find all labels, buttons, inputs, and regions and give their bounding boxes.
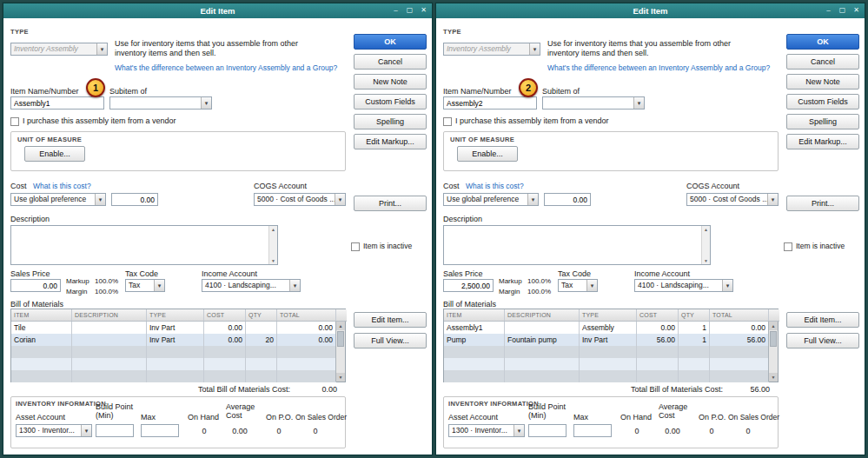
full-view-button[interactable]: Full View... xyxy=(354,333,427,348)
enable-button[interactable]: Enable... xyxy=(457,146,518,162)
scroll-down-icon[interactable]: ▼ xyxy=(769,373,778,382)
column-header-total[interactable]: TOTAL xyxy=(710,309,769,321)
scroll-track[interactable] xyxy=(336,348,345,373)
purchase-from-vendor-checkbox[interactable] xyxy=(10,117,19,126)
income-account-dropdown[interactable]: 4100 · Landscaping... ▾ xyxy=(634,279,733,292)
column-header-item[interactable]: ITEM xyxy=(11,309,72,321)
print-button[interactable]: Print... xyxy=(786,196,859,211)
maximize-icon[interactable]: ▢ xyxy=(404,5,415,16)
cogs-account-dropdown[interactable]: 5000 · Cost of Goods ... ▾ xyxy=(254,193,346,206)
table-row[interactable]: Corian Inv Part 0.00 20 0.00 xyxy=(11,334,336,346)
close-icon[interactable]: ✕ xyxy=(851,5,862,16)
column-header-description[interactable]: DESCRIPTION xyxy=(505,309,580,321)
scroll-down-icon[interactable]: ▼ xyxy=(702,257,710,264)
scroll-track[interactable] xyxy=(769,348,778,373)
subitem-dropdown[interactable]: ▾ xyxy=(542,96,645,110)
titlebar[interactable]: Edit Item – ▢ ✕ xyxy=(436,3,865,18)
scroll-up-icon[interactable]: ▲ xyxy=(702,226,710,233)
scroll-thumb[interactable] xyxy=(337,331,344,347)
item-name-input[interactable] xyxy=(10,96,104,110)
column-header-qty[interactable]: QTY xyxy=(679,309,710,321)
scroll-down-icon[interactable]: ▼ xyxy=(336,373,345,382)
item-inactive-checkbox[interactable] xyxy=(351,242,360,251)
close-icon[interactable]: ✕ xyxy=(418,5,429,16)
column-header-type[interactable]: TYPE xyxy=(147,309,204,321)
edit-item-button[interactable]: Edit Item... xyxy=(354,312,427,328)
type-difference-link[interactable]: What's the difference between an Invento… xyxy=(547,63,770,72)
ok-button[interactable]: OK xyxy=(354,34,427,50)
description-input[interactable]: ▲ ▼ xyxy=(10,225,278,265)
income-account-dropdown[interactable]: 4100 · Landscaping... ▾ xyxy=(202,279,301,292)
custom-fields-button[interactable]: Custom Fields xyxy=(354,94,427,110)
full-view-button[interactable]: Full View... xyxy=(786,333,859,348)
build-point-input[interactable] xyxy=(528,424,567,437)
scroll-thumb[interactable] xyxy=(770,331,777,347)
item-inactive-checkbox[interactable] xyxy=(784,242,792,251)
cost-preference-dropdown[interactable]: Use global preference ▾ xyxy=(10,193,106,206)
table-row[interactable] xyxy=(11,370,336,382)
table-row[interactable]: Pump Fountain pump Inv Part 56.00 1 56.0… xyxy=(444,334,769,346)
table-scrollbar[interactable]: ▲ ▼ xyxy=(335,322,345,382)
tax-code-dropdown[interactable]: Tax ▾ xyxy=(558,279,598,292)
description-input[interactable]: ▲ ▼ xyxy=(443,225,711,265)
item-name-input[interactable] xyxy=(443,96,537,110)
new-note-button[interactable]: New Note xyxy=(354,74,427,90)
minimize-icon[interactable]: – xyxy=(390,5,401,16)
scroll-up-icon[interactable]: ▲ xyxy=(336,322,345,330)
table-row[interactable] xyxy=(444,370,769,382)
sales-price-input[interactable] xyxy=(10,279,61,292)
table-row[interactable]: Assembly1 Assembly 0.00 1 0.00 xyxy=(444,322,769,334)
description-scrollbar[interactable]: ▲ ▼ xyxy=(268,226,277,264)
cost-help-link[interactable]: What is this cost? xyxy=(33,182,91,190)
print-button[interactable]: Print... xyxy=(354,196,427,211)
edit-item-button[interactable]: Edit Item... xyxy=(786,312,859,328)
max-input[interactable] xyxy=(573,424,612,437)
cancel-button[interactable]: Cancel xyxy=(354,54,427,70)
column-header-cost[interactable]: COST xyxy=(637,309,679,321)
table-row[interactable] xyxy=(444,346,769,358)
purchase-from-vendor-checkbox[interactable] xyxy=(443,117,452,126)
spelling-button[interactable]: Spelling xyxy=(786,114,859,129)
cost-preference-dropdown[interactable]: Use global preference ▾ xyxy=(443,193,539,206)
column-header-qty[interactable]: QTY xyxy=(246,309,277,321)
scroll-down-icon[interactable]: ▼ xyxy=(269,257,277,264)
enable-button[interactable]: Enable... xyxy=(24,146,85,162)
table-scrollbar[interactable]: ▲ ▼ xyxy=(768,322,778,382)
build-point-input[interactable] xyxy=(96,424,134,437)
type-dropdown[interactable]: Inventory Assembly ▾ xyxy=(443,43,540,56)
scroll-up-icon[interactable]: ▲ xyxy=(269,226,277,233)
cost-input[interactable] xyxy=(544,193,591,206)
ok-button[interactable]: OK xyxy=(786,34,859,50)
asset-account-dropdown[interactable]: 1300 · Inventor... ▾ xyxy=(16,424,92,437)
type-difference-link[interactable]: What's the difference between an Invento… xyxy=(115,63,337,72)
asset-account-dropdown[interactable]: 1300 · Inventor... ▾ xyxy=(448,424,525,437)
table-row[interactable] xyxy=(444,358,769,370)
cancel-button[interactable]: Cancel xyxy=(786,54,859,70)
column-header-item[interactable]: ITEM xyxy=(444,309,505,321)
maximize-icon[interactable]: ▢ xyxy=(837,5,848,16)
max-input[interactable] xyxy=(141,424,179,437)
scroll-up-icon[interactable]: ▲ xyxy=(769,322,778,330)
column-header-description[interactable]: DESCRIPTION xyxy=(72,309,147,321)
cogs-account-dropdown[interactable]: 5000 · Cost of Goods ... ▾ xyxy=(686,193,779,206)
table-row[interactable]: Tile Inv Part 0.00 0.00 xyxy=(11,322,336,334)
sales-price-input[interactable] xyxy=(443,279,494,292)
description-scrollbar[interactable]: ▲ ▼ xyxy=(701,226,710,264)
column-header-cost[interactable]: COST xyxy=(204,309,246,321)
spelling-button[interactable]: Spelling xyxy=(354,114,427,129)
cost-help-link[interactable]: What is this cost? xyxy=(466,182,524,190)
table-row[interactable] xyxy=(11,358,336,370)
table-row[interactable] xyxy=(11,346,336,358)
column-header-total[interactable]: TOTAL xyxy=(277,309,336,321)
new-note-button[interactable]: New Note xyxy=(786,74,859,90)
minimize-icon[interactable]: – xyxy=(823,5,834,16)
cost-input[interactable] xyxy=(111,193,158,206)
tax-code-dropdown[interactable]: Tax ▾ xyxy=(125,279,165,292)
edit-markup-button[interactable]: Edit Markup... xyxy=(354,134,427,149)
type-dropdown[interactable]: Inventory Assembly ▾ xyxy=(10,43,108,56)
column-header-type[interactable]: TYPE xyxy=(580,309,637,321)
edit-markup-button[interactable]: Edit Markup... xyxy=(786,134,859,149)
custom-fields-button[interactable]: Custom Fields xyxy=(786,94,859,110)
titlebar[interactable]: Edit Item – ▢ ✕ xyxy=(3,3,432,18)
subitem-dropdown[interactable]: ▾ xyxy=(109,96,212,110)
